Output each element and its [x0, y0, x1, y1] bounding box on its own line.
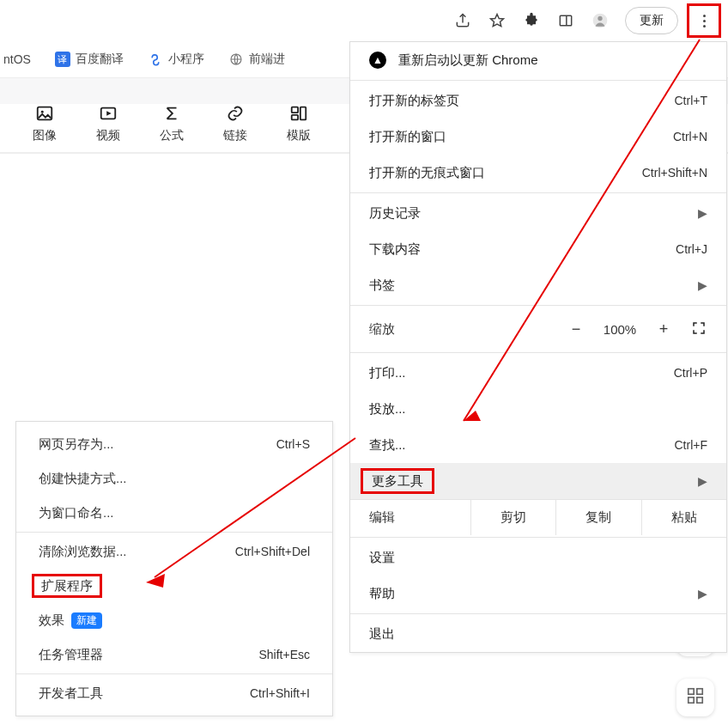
tool-video[interactable]: 视频: [91, 104, 125, 143]
menu-exit[interactable]: 退出: [350, 616, 726, 652]
menu-cast-label: 投放...: [369, 401, 707, 417]
translate-icon: 译: [55, 52, 70, 67]
bookmark-ntos[interactable]: ntOS: [3, 52, 31, 66]
menu-new-window[interactable]: 打开新的窗口 Ctrl+N: [350, 119, 726, 155]
submenu-effects[interactable]: 效果 新建: [16, 603, 332, 637]
menu-new-tab[interactable]: 打开新的标签页 Ctrl+T: [350, 82, 726, 119]
image-icon: [27, 104, 62, 128]
edit-cut-button[interactable]: 剪切: [470, 500, 555, 535]
zoom-out-button[interactable]: −: [558, 320, 594, 338]
update-arrow-icon: ▲: [369, 52, 386, 69]
bookmark-translate-label: 百度翻译: [76, 52, 124, 67]
bookmark-ntos-label: ntOS: [3, 52, 31, 66]
menu-more-tools[interactable]: 更多工具 ▶: [350, 463, 726, 499]
qr-icon: [686, 686, 705, 710]
extensions-puzzle-icon[interactable]: [522, 11, 541, 30]
side-panel-icon[interactable]: [556, 11, 575, 30]
sigma-icon: [155, 104, 189, 128]
menu-find-shortcut: Ctrl+F: [675, 438, 708, 452]
star-icon[interactable]: [488, 11, 507, 30]
menu-find[interactable]: 查找... Ctrl+F: [350, 427, 726, 463]
submenu-task-manager[interactable]: 任务管理器 Shift+Esc: [16, 637, 332, 672]
qr-widget[interactable]: [676, 679, 714, 716]
chrome-menu-button[interactable]: [687, 3, 721, 38]
zoom-in-button[interactable]: +: [646, 320, 682, 338]
chevron-right-icon: ▶: [698, 474, 707, 488]
video-icon: [91, 104, 125, 128]
menu-new-window-label: 打开新的窗口: [369, 129, 673, 145]
share-icon[interactable]: [453, 11, 472, 30]
update-button[interactable]: 更新: [625, 7, 678, 34]
svg-rect-15: [697, 697, 702, 702]
menu-exit-label: 退出: [369, 626, 707, 643]
svg-rect-12: [689, 688, 694, 693]
menu-history[interactable]: 历史记录 ▶: [350, 195, 726, 231]
menu-bookmarks[interactable]: 书签 ▶: [350, 267, 726, 303]
extensions-highlight: 扩展程序: [32, 574, 102, 598]
svg-rect-8: [292, 107, 298, 113]
menu-print-label: 打印...: [369, 365, 674, 381]
menu-print-shortcut: Ctrl+P: [674, 366, 707, 380]
submenu-save-page-as[interactable]: 网页另存为... Ctrl+S: [16, 427, 332, 461]
profile-avatar-icon[interactable]: [591, 11, 610, 30]
edit-paste-button[interactable]: 粘贴: [641, 500, 726, 535]
submenu-extensions[interactable]: 扩展程序: [16, 569, 332, 603]
submenu-save-as-shortcut: Ctrl+S: [276, 437, 310, 451]
globe-icon: [228, 52, 244, 67]
more-tools-submenu: 网页另存为... Ctrl+S 创建快捷方式... 为窗口命名... 清除浏览数…: [15, 421, 333, 716]
menu-incognito-label: 打开新的无痕式窗口: [369, 165, 642, 181]
chevron-right-icon: ▶: [698, 206, 707, 220]
submenu-task-manager-label: 任务管理器: [39, 647, 258, 663]
tool-formula[interactable]: 公式: [155, 104, 189, 143]
menu-more-tools-label: 更多工具: [372, 473, 423, 490]
menu-restart-update[interactable]: ▲ 重新启动以更新 Chrome: [350, 42, 726, 78]
menu-help[interactable]: 帮助 ▶: [350, 576, 726, 612]
menu-help-label: 帮助: [369, 586, 698, 602]
menu-history-label: 历史记录: [369, 205, 698, 222]
menu-cast[interactable]: 投放...: [350, 391, 726, 427]
menu-new-tab-label: 打开新的标签页: [369, 93, 675, 109]
submenu-dev-tools-label: 开发者工具: [39, 685, 250, 702]
link-icon: [218, 104, 252, 128]
menu-new-tab-shortcut: Ctrl+T: [675, 94, 708, 107]
submenu-clear-data-shortcut: Ctrl+Shift+Del: [235, 545, 310, 558]
submenu-create-shortcut[interactable]: 创建快捷方式...: [16, 461, 332, 496]
svg-point-6: [41, 111, 44, 113]
bookmark-miniapp[interactable]: 小程序: [148, 52, 204, 67]
submenu-extensions-label: 扩展程序: [41, 578, 93, 594]
update-label: 更新: [640, 13, 664, 28]
bookmark-baidu-translate[interactable]: 译 百度翻译: [55, 52, 124, 67]
menu-edit-label: 编辑: [350, 509, 470, 526]
tool-link[interactable]: 链接: [218, 104, 252, 143]
menu-settings-label: 设置: [369, 550, 707, 566]
menu-settings[interactable]: 设置: [350, 539, 726, 576]
submenu-clear-browsing-data[interactable]: 清除浏览数据... Ctrl+Shift+Del: [16, 534, 332, 569]
tool-image-label: 图像: [27, 128, 62, 143]
tool-video-label: 视频: [91, 128, 125, 143]
bookmark-frontend[interactable]: 前端进: [228, 52, 285, 67]
svg-rect-9: [300, 107, 306, 120]
menu-incognito-shortcut: Ctrl+Shift+N: [642, 166, 707, 180]
menu-downloads-label: 下载内容: [369, 241, 676, 258]
template-icon: [282, 104, 316, 128]
submenu-dev-tools[interactable]: 开发者工具 Ctrl+Shift+I: [16, 676, 332, 710]
svg-rect-0: [560, 15, 571, 26]
edit-copy-button[interactable]: 复制: [555, 500, 640, 535]
menu-print[interactable]: 打印... Ctrl+P: [350, 355, 726, 391]
tool-template[interactable]: 模版: [282, 104, 316, 143]
tool-template-label: 模版: [282, 128, 316, 143]
submenu-task-manager-shortcut: Shift+Esc: [258, 648, 310, 661]
menu-downloads-shortcut: Ctrl+J: [676, 242, 707, 256]
menu-zoom: 缩放 − 100% +: [350, 308, 726, 350]
fullscreen-icon[interactable]: [682, 320, 716, 338]
menu-downloads[interactable]: 下载内容 Ctrl+J: [350, 231, 726, 267]
tool-image[interactable]: 图像: [27, 104, 62, 143]
submenu-effects-label: 效果: [39, 612, 64, 629]
submenu-name-window-label: 为窗口命名...: [39, 505, 310, 521]
menu-restart-label: 重新启动以更新 Chrome: [398, 52, 707, 69]
submenu-effects-badge: 新建: [71, 612, 102, 629]
menu-edit: 编辑 剪切 复制 粘贴: [350, 499, 726, 535]
submenu-name-window[interactable]: 为窗口命名...: [16, 496, 332, 530]
menu-incognito[interactable]: 打开新的无痕式窗口 Ctrl+Shift+N: [350, 155, 726, 191]
submenu-create-shortcut-label: 创建快捷方式...: [39, 471, 310, 487]
